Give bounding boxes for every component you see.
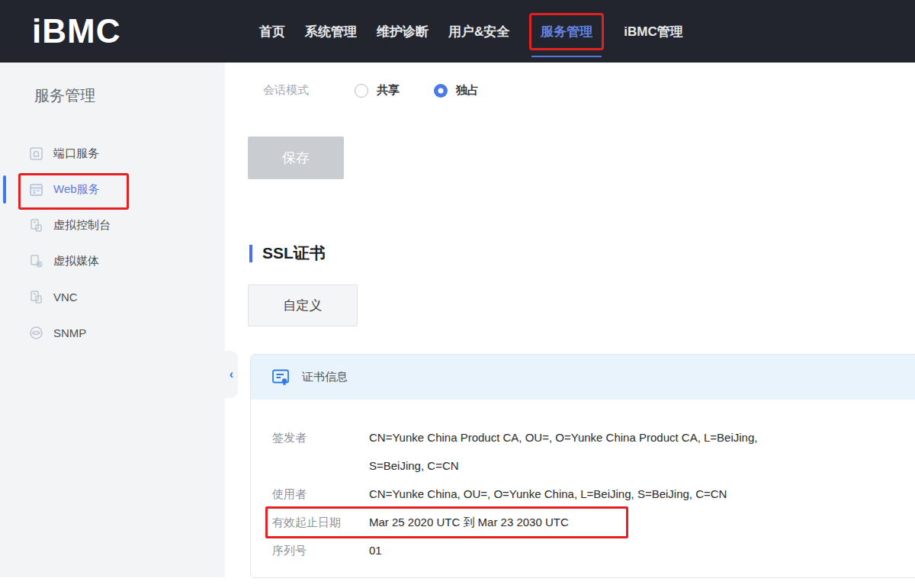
web-service-icon bbox=[29, 182, 43, 197]
sidebar-item-vnc[interactable]: VNC bbox=[0, 279, 225, 315]
sidebar-collapse-button[interactable]: ‹ bbox=[225, 351, 238, 398]
session-mode-row: 会话模式 共享 独占 bbox=[263, 83, 513, 98]
cert-row-value: CN=Yunke China Product CA, OU=, O=Yunke … bbox=[369, 423, 790, 480]
ssl-section-heading: SSL证书 bbox=[249, 243, 326, 264]
chevron-left-icon: ‹ bbox=[230, 368, 233, 381]
sidebar-item-label: 虚拟媒体 bbox=[53, 254, 99, 268]
save-button[interactable]: 保存 bbox=[248, 137, 344, 179]
ibmc-logo: iBMC bbox=[32, 12, 120, 50]
sidebar-menu: 端口服务 Web服务 虚拟控制台 虚拟媒体 VNC bbox=[0, 136, 225, 351]
cert-row-issuer: 签发者 CN=Yunke China Product CA, OU=, O=Yu… bbox=[272, 423, 915, 480]
nav-item-home[interactable]: 首页 bbox=[259, 23, 285, 40]
snmp-icon bbox=[29, 326, 43, 340]
certificate-panel-header: 证书信息 bbox=[251, 355, 915, 400]
cert-row-label: 有效起止日期 bbox=[272, 508, 369, 536]
vnc-icon bbox=[29, 290, 43, 304]
section-accent-bar bbox=[249, 245, 252, 262]
radio-option-label: 共享 bbox=[377, 83, 400, 98]
radio-option-exclusive[interactable]: 独占 bbox=[434, 83, 479, 98]
radio-unchecked-icon[interactable] bbox=[355, 84, 368, 98]
sidebar-item-snmp[interactable]: SNMP bbox=[0, 315, 225, 351]
radio-option-shared[interactable]: 共享 bbox=[355, 83, 400, 98]
radio-option-label: 独占 bbox=[456, 83, 479, 98]
virtual-console-icon bbox=[29, 218, 43, 233]
nav-item-system-management[interactable]: 系统管理 bbox=[305, 23, 357, 40]
cert-row-value: 01 bbox=[369, 536, 382, 564]
certificate-panel-body: 签发者 CN=Yunke China Product CA, OU=, O=Yu… bbox=[251, 400, 915, 564]
custom-certificate-button[interactable]: 自定义 bbox=[248, 284, 358, 326]
virtual-media-icon bbox=[29, 254, 43, 268]
sidebar-item-label: VNC bbox=[53, 291, 78, 304]
sidebar-item-web-service[interactable]: Web服务 bbox=[0, 172, 225, 207]
nav-item-user-security[interactable]: 用户&安全 bbox=[448, 23, 509, 40]
sidebar-item-virtual-console[interactable]: 虚拟控制台 bbox=[0, 207, 225, 243]
cert-row-label: 序列号 bbox=[272, 536, 369, 564]
certificate-panel-title: 证书信息 bbox=[302, 370, 348, 384]
certificate-info-panel: 证书信息 签发者 CN=Yunke China Product CA, OU=,… bbox=[250, 354, 915, 578]
certificate-icon bbox=[271, 368, 291, 387]
sidebar-item-label: 端口服务 bbox=[53, 146, 99, 161]
cert-row-label: 签发者 bbox=[272, 423, 369, 480]
cert-row-validity-period: 有效起止日期 Mar 25 2020 UTC 到 Mar 23 2030 UTC bbox=[272, 508, 915, 536]
cert-row-value: Mar 25 2020 UTC 到 Mar 23 2030 UTC bbox=[369, 508, 569, 536]
nav-item-maintenance-diagnostics[interactable]: 维护诊断 bbox=[377, 23, 429, 40]
radio-checked-icon[interactable] bbox=[434, 84, 448, 98]
cert-row-label: 使用者 bbox=[272, 480, 369, 508]
cert-row-subject: 使用者 CN=Yunke China, OU=, O=Yunke China, … bbox=[272, 480, 915, 508]
top-navigation: 首页 系统管理 维护诊断 用户&安全 服务管理 iBMC管理 bbox=[259, 0, 683, 63]
top-header: iBMC 首页 系统管理 维护诊断 用户&安全 服务管理 iBMC管理 bbox=[0, 0, 915, 63]
sidebar-title: 服务管理 bbox=[34, 85, 95, 106]
port-service-icon bbox=[29, 146, 43, 161]
nav-item-ibmc-management[interactable]: iBMC管理 bbox=[624, 23, 682, 40]
nav-item-service-management[interactable]: 服务管理 bbox=[529, 13, 604, 50]
sidebar: 服务管理 端口服务 Web服务 虚拟控制台 虚拟媒体 bbox=[0, 63, 225, 577]
ssl-section-title: SSL证书 bbox=[262, 243, 326, 264]
session-mode-label: 会话模式 bbox=[263, 83, 355, 98]
cert-row-serial-number: 序列号 01 bbox=[272, 536, 915, 564]
sidebar-item-port-service[interactable]: 端口服务 bbox=[0, 136, 225, 172]
cert-row-value: CN=Yunke China, OU=, O=Yunke China, L=Be… bbox=[369, 480, 727, 508]
sidebar-item-label: SNMP bbox=[53, 326, 86, 339]
sidebar-item-label: 虚拟控制台 bbox=[53, 218, 111, 233]
sidebar-item-label: Web服务 bbox=[53, 182, 100, 197]
sidebar-item-virtual-media[interactable]: 虚拟媒体 bbox=[0, 243, 225, 279]
